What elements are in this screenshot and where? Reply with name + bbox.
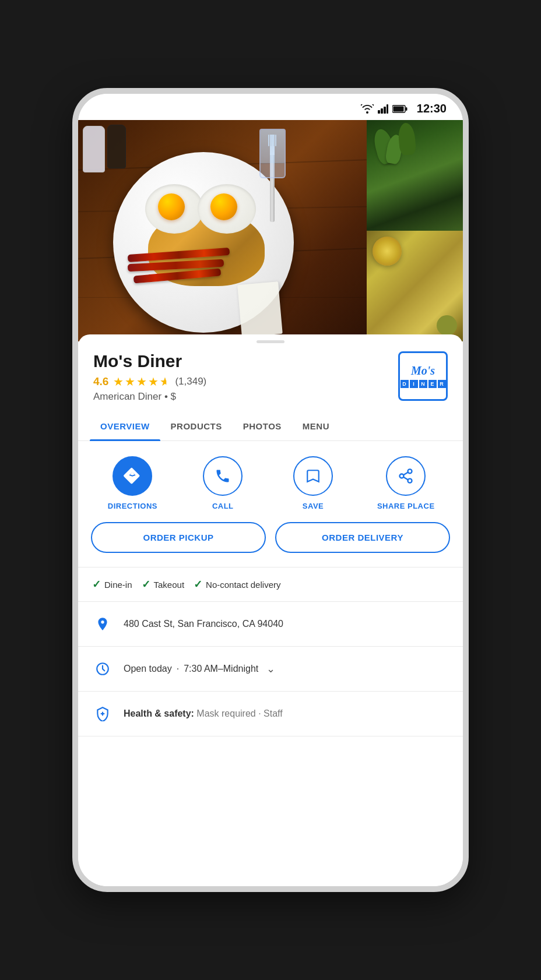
category-row: American Diner • $ xyxy=(93,391,206,403)
health-details: Mask required · Staff xyxy=(194,708,283,718)
save-icon xyxy=(305,468,321,484)
stars-container: ★ ★ ★ ★ ★★ xyxy=(113,375,170,389)
logo-text-top: Mo's xyxy=(411,364,435,378)
order-buttons: ORDER PICKUP ORDER DELIVERY xyxy=(78,522,463,567)
status-icons xyxy=(361,104,407,114)
delivery-service: ✓ No-contact delivery xyxy=(194,578,280,591)
health-label: Health & safety: xyxy=(124,708,194,718)
hours-open-text: Open today xyxy=(124,664,172,674)
takeout-check: ✓ xyxy=(142,578,150,591)
location-pin-icon xyxy=(95,616,110,632)
health-safety-row[interactable]: Health & safety: Mask required · Staff xyxy=(78,692,463,736)
info-header: Mo's Diner 4.6 ★ ★ ★ ★ ★★ (1,349) A xyxy=(78,351,463,412)
takeout-label: Takeout xyxy=(154,580,185,590)
restaurant-price: $ xyxy=(171,391,176,402)
rating-row: 4.6 ★ ★ ★ ★ ★★ (1,349) xyxy=(93,375,206,389)
logo-letter-r: R xyxy=(438,380,446,388)
takeout-service: ✓ Takeout xyxy=(142,578,185,591)
health-icon xyxy=(92,703,113,724)
call-circle xyxy=(203,456,243,496)
secondary-image-top xyxy=(367,120,463,231)
status-time: 12:30 xyxy=(417,102,447,115)
pepper-shaker xyxy=(107,125,126,168)
logo-letter-d: D xyxy=(401,380,409,388)
svg-rect-2 xyxy=(384,107,386,114)
hours-chevron-icon[interactable]: ⌄ xyxy=(266,662,275,675)
secondary-image-bottom xyxy=(367,231,463,341)
tab-menu[interactable]: MENU xyxy=(292,412,340,440)
restaurant-info: Mo's Diner 4.6 ★ ★ ★ ★ ★★ (1,349) A xyxy=(93,351,206,403)
call-button[interactable]: CALL xyxy=(196,456,249,510)
svg-rect-1 xyxy=(381,108,383,114)
hours-separator: · xyxy=(177,664,179,674)
health-text: Health & safety: Mask required · Staff xyxy=(124,708,283,719)
delivery-label: No-contact delivery xyxy=(206,580,280,590)
salt-shaker xyxy=(83,126,105,172)
hours-time: 7:30 AM–Midnight xyxy=(184,664,258,674)
order-pickup-button[interactable]: ORDER PICKUP xyxy=(91,522,266,553)
call-label: CALL xyxy=(212,502,234,510)
secondary-food-image xyxy=(367,120,463,341)
dine-in-label: Dine-in xyxy=(104,580,132,590)
logo-letter-n: N xyxy=(419,380,427,388)
address-icon xyxy=(92,614,113,634)
napkin xyxy=(237,281,283,337)
svg-rect-6 xyxy=(393,106,403,111)
share-button[interactable]: SHARE PLACE xyxy=(377,456,435,510)
svg-rect-5 xyxy=(405,107,407,111)
star-5-half: ★★ xyxy=(160,375,170,389)
services-row: ✓ Dine-in ✓ Takeout ✓ No-contact deliver… xyxy=(78,567,463,602)
content-section: Mo's Diner 4.6 ★ ★ ★ ★ ★★ (1,349) A xyxy=(78,334,463,886)
tabs-row: OVERVIEW PRODUCTS PHOTOS MENU xyxy=(78,412,463,441)
order-delivery-button[interactable]: ORDER DELIVERY xyxy=(275,522,450,553)
star-1: ★ xyxy=(113,375,124,389)
battery-icon xyxy=(392,105,407,113)
phone-inner: 12:30 xyxy=(78,94,463,886)
hours-row[interactable]: Open today · 7:30 AM–Midnight ⌄ xyxy=(78,647,463,692)
svg-rect-0 xyxy=(378,110,380,114)
save-label: SAVE xyxy=(303,502,324,510)
delivery-check: ✓ xyxy=(194,578,202,591)
save-circle xyxy=(293,456,333,496)
tab-overview[interactable]: OVERVIEW xyxy=(90,412,160,440)
hours-icon xyxy=(92,658,113,679)
svg-point-7 xyxy=(408,469,412,473)
dine-in-check: ✓ xyxy=(92,578,101,591)
rating-number: 4.6 xyxy=(93,375,108,388)
directions-button[interactable]: DIRECTIONS xyxy=(106,456,159,510)
hours-text-row: Open today · 7:30 AM–Midnight ⌄ xyxy=(124,662,275,675)
drag-handle xyxy=(257,340,284,343)
address-row[interactable]: 480 Cast St, San Francisco, CA 94040 xyxy=(78,602,463,647)
restaurant-category: American Diner xyxy=(93,391,161,402)
wifi-icon xyxy=(361,104,374,114)
main-food-image xyxy=(78,120,367,341)
address-text: 480 Cast St, San Francisco, CA 94040 xyxy=(124,619,283,629)
save-button[interactable]: SAVE xyxy=(287,456,339,510)
restaurant-name: Mo's Diner xyxy=(93,351,206,371)
directions-icon xyxy=(124,467,141,485)
svg-point-8 xyxy=(400,474,404,478)
dine-in-service: ✓ Dine-in xyxy=(92,578,132,591)
logo-letter-i: I xyxy=(410,380,418,388)
svg-point-9 xyxy=(408,479,412,483)
tab-photos[interactable]: PHOTOS xyxy=(233,412,292,440)
star-2: ★ xyxy=(125,375,135,389)
phone-frame: 12:30 xyxy=(72,88,469,892)
clock-icon xyxy=(95,661,110,676)
svg-rect-3 xyxy=(387,104,388,114)
star-4: ★ xyxy=(148,375,159,389)
star-3: ★ xyxy=(136,375,147,389)
share-icon xyxy=(398,468,414,484)
review-count: (1,349) xyxy=(175,376,206,387)
signal-icon xyxy=(378,104,388,114)
logo-bottom: D I N E R xyxy=(401,380,446,388)
directions-circle xyxy=(113,456,152,496)
restaurant-logo: Mo's D I N E R xyxy=(398,351,448,401)
call-icon xyxy=(215,468,231,484)
tab-products[interactable]: PRODUCTS xyxy=(160,412,233,440)
status-bar: 12:30 xyxy=(78,94,463,120)
water-glass xyxy=(259,129,286,178)
shield-icon xyxy=(95,706,110,721)
share-circle xyxy=(386,456,426,496)
logo-letter-e: E xyxy=(428,380,437,388)
